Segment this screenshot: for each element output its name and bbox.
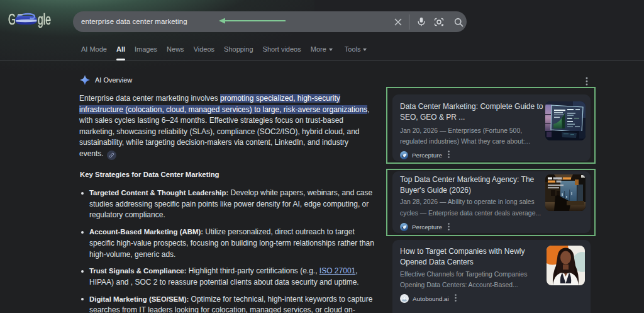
svg-text:gle: gle [38,11,51,28]
svg-text:G: G [8,11,16,28]
